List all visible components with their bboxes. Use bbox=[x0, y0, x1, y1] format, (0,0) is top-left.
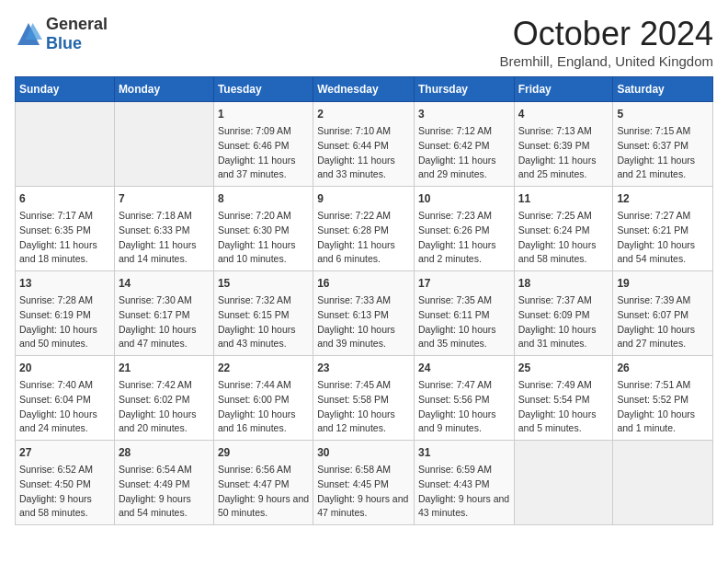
cell-info-line: Sunrise: 6:54 AM bbox=[119, 463, 210, 477]
day-number: 9 bbox=[317, 190, 410, 207]
cell-info-line: Sunrise: 7:47 AM bbox=[418, 378, 510, 393]
cell-info-line: Sunset: 6:26 PM bbox=[418, 224, 510, 238]
day-number: 24 bbox=[418, 360, 510, 376]
cell-info-line: Daylight: 9 hours and 50 minutes. bbox=[218, 492, 309, 522]
calendar-cell: 5Sunrise: 7:15 AMSunset: 6:37 PMDaylight… bbox=[613, 102, 713, 187]
calendar-cell: 29Sunrise: 6:56 AMSunset: 4:47 PMDayligh… bbox=[213, 441, 313, 525]
calendar-cell: 31Sunrise: 6:59 AMSunset: 4:43 PMDayligh… bbox=[414, 441, 514, 525]
calendar-cell bbox=[16, 102, 115, 187]
day-number: 17 bbox=[418, 275, 510, 292]
page-header: General Blue October 2024 Bremhill, Engl… bbox=[15, 15, 713, 69]
cell-info-line: Sunset: 6:39 PM bbox=[518, 139, 609, 154]
cell-info-line: Sunrise: 6:56 AM bbox=[218, 463, 309, 477]
cell-info-line: Sunrise: 7:25 AM bbox=[518, 209, 609, 224]
location-title: Bremhill, England, United Kingdom bbox=[499, 53, 713, 69]
day-number: 19 bbox=[617, 275, 709, 292]
cell-info-line: Sunrise: 7:20 AM bbox=[218, 209, 309, 224]
cell-info-line: Daylight: 11 hours and 14 minutes. bbox=[119, 238, 210, 268]
calendar-week-row: 1Sunrise: 7:09 AMSunset: 6:46 PMDaylight… bbox=[16, 102, 713, 187]
cell-info-line: Sunset: 6:09 PM bbox=[518, 308, 609, 323]
cell-info-line: Daylight: 10 hours and 47 minutes. bbox=[119, 323, 210, 352]
cell-info-line: Sunrise: 7:37 AM bbox=[518, 293, 609, 308]
calendar-cell: 14Sunrise: 7:30 AMSunset: 6:17 PMDayligh… bbox=[114, 271, 213, 356]
day-number: 7 bbox=[119, 190, 210, 207]
day-number: 3 bbox=[418, 106, 510, 122]
col-header-tuesday: Tuesday bbox=[213, 77, 313, 102]
cell-info-line: Sunset: 6:15 PM bbox=[218, 308, 309, 323]
day-number: 8 bbox=[218, 190, 309, 207]
cell-info-line: Daylight: 10 hours and 1 minute. bbox=[617, 408, 709, 437]
cell-info-line: Daylight: 10 hours and 54 minutes. bbox=[617, 238, 709, 268]
cell-info-line: Sunset: 5:58 PM bbox=[317, 393, 410, 408]
cell-info-line: Sunset: 4:43 PM bbox=[418, 477, 510, 492]
calendar-cell: 12Sunrise: 7:27 AMSunset: 6:21 PMDayligh… bbox=[613, 187, 713, 271]
day-number: 1 bbox=[218, 106, 309, 122]
calendar-cell: 28Sunrise: 6:54 AMSunset: 4:49 PMDayligh… bbox=[114, 441, 213, 525]
calendar-cell: 1Sunrise: 7:09 AMSunset: 6:46 PMDaylight… bbox=[213, 102, 313, 187]
calendar-cell bbox=[613, 441, 713, 525]
cell-info-line: Daylight: 11 hours and 2 minutes. bbox=[418, 238, 510, 268]
day-number: 22 bbox=[218, 360, 309, 376]
calendar-week-row: 13Sunrise: 7:28 AMSunset: 6:19 PMDayligh… bbox=[16, 271, 713, 356]
day-number: 14 bbox=[119, 275, 210, 292]
month-title: October 2024 bbox=[499, 15, 713, 53]
cell-info-line: Daylight: 10 hours and 31 minutes. bbox=[518, 323, 609, 352]
day-number: 31 bbox=[418, 444, 510, 461]
cell-info-line: Daylight: 11 hours and 6 minutes. bbox=[317, 238, 410, 268]
calendar-cell: 25Sunrise: 7:49 AMSunset: 5:54 PMDayligh… bbox=[514, 356, 613, 441]
day-number: 18 bbox=[518, 275, 609, 292]
calendar-cell: 24Sunrise: 7:47 AMSunset: 5:56 PMDayligh… bbox=[414, 356, 514, 441]
cell-info-line: Sunset: 6:02 PM bbox=[119, 393, 210, 408]
cell-info-line: Sunrise: 7:23 AM bbox=[418, 209, 510, 224]
cell-info-line: Sunrise: 7:44 AM bbox=[218, 378, 309, 393]
cell-info-line: Sunset: 6:19 PM bbox=[19, 308, 110, 323]
calendar-cell bbox=[114, 102, 213, 187]
cell-info-line: Daylight: 10 hours and 58 minutes. bbox=[518, 238, 609, 268]
calendar-cell: 22Sunrise: 7:44 AMSunset: 6:00 PMDayligh… bbox=[213, 356, 313, 441]
cell-info-line: Daylight: 10 hours and 9 minutes. bbox=[418, 408, 510, 437]
calendar-cell: 16Sunrise: 7:33 AMSunset: 6:13 PMDayligh… bbox=[313, 271, 415, 356]
cell-info-line: Daylight: 9 hours and 43 minutes. bbox=[418, 492, 510, 522]
calendar-cell: 4Sunrise: 7:13 AMSunset: 6:39 PMDaylight… bbox=[514, 102, 613, 187]
cell-info-line: Sunrise: 7:12 AM bbox=[418, 124, 510, 139]
cell-info-line: Sunrise: 7:10 AM bbox=[317, 124, 410, 139]
col-header-saturday: Saturday bbox=[613, 77, 713, 102]
day-number: 2 bbox=[317, 106, 410, 122]
cell-info-line: Daylight: 9 hours and 47 minutes. bbox=[317, 492, 410, 522]
cell-info-line: Sunrise: 6:58 AM bbox=[317, 463, 410, 477]
cell-info-line: Sunset: 6:37 PM bbox=[617, 139, 709, 154]
cell-info-line: Sunrise: 7:33 AM bbox=[317, 293, 410, 308]
calendar-cell: 26Sunrise: 7:51 AMSunset: 5:52 PMDayligh… bbox=[613, 356, 713, 441]
day-number: 25 bbox=[518, 360, 609, 376]
cell-info-line: Daylight: 10 hours and 39 minutes. bbox=[317, 323, 410, 352]
cell-info-line: Daylight: 10 hours and 50 minutes. bbox=[19, 323, 110, 352]
calendar-cell: 15Sunrise: 7:32 AMSunset: 6:15 PMDayligh… bbox=[213, 271, 313, 356]
calendar-table: SundayMondayTuesdayWednesdayThursdayFrid… bbox=[15, 76, 713, 525]
cell-info-line: Daylight: 11 hours and 10 minutes. bbox=[218, 238, 309, 268]
calendar-cell: 23Sunrise: 7:45 AMSunset: 5:58 PMDayligh… bbox=[313, 356, 415, 441]
logo-blue: Blue bbox=[46, 34, 82, 52]
cell-info-line: Sunset: 6:11 PM bbox=[418, 308, 510, 323]
cell-info-line: Sunset: 6:24 PM bbox=[518, 224, 609, 238]
cell-info-line: Sunrise: 7:51 AM bbox=[617, 378, 709, 393]
cell-info-line: Daylight: 11 hours and 33 minutes. bbox=[317, 154, 410, 183]
cell-info-line: Sunset: 6:42 PM bbox=[418, 139, 510, 154]
cell-info-line: Daylight: 11 hours and 18 minutes. bbox=[19, 238, 110, 268]
cell-info-line: Daylight: 10 hours and 5 minutes. bbox=[518, 408, 609, 437]
cell-info-line: Sunset: 6:35 PM bbox=[19, 224, 110, 238]
cell-info-line: Sunrise: 7:30 AM bbox=[119, 293, 210, 308]
calendar-header-row: SundayMondayTuesdayWednesdayThursdayFrid… bbox=[16, 77, 713, 102]
day-number: 12 bbox=[617, 190, 709, 207]
calendar-cell: 9Sunrise: 7:22 AMSunset: 6:28 PMDaylight… bbox=[313, 187, 415, 271]
cell-info-line: Sunrise: 7:49 AM bbox=[518, 378, 609, 393]
calendar-week-row: 6Sunrise: 7:17 AMSunset: 6:35 PMDaylight… bbox=[16, 187, 713, 271]
calendar-cell: 11Sunrise: 7:25 AMSunset: 6:24 PMDayligh… bbox=[514, 187, 613, 271]
cell-info-line: Daylight: 10 hours and 16 minutes. bbox=[218, 408, 309, 437]
cell-info-line: Sunrise: 7:32 AM bbox=[218, 293, 309, 308]
day-number: 27 bbox=[19, 444, 110, 461]
calendar-cell: 30Sunrise: 6:58 AMSunset: 4:45 PMDayligh… bbox=[313, 441, 415, 525]
col-header-wednesday: Wednesday bbox=[313, 77, 415, 102]
calendar-cell: 19Sunrise: 7:39 AMSunset: 6:07 PMDayligh… bbox=[613, 271, 713, 356]
day-number: 11 bbox=[518, 190, 609, 207]
cell-info-line: Sunset: 4:45 PM bbox=[317, 477, 410, 492]
